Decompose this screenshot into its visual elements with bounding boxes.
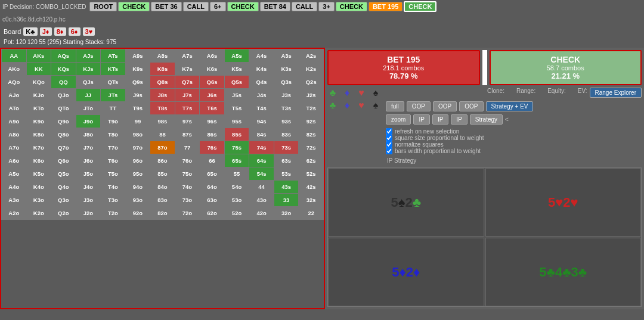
matrix-cell[interactable]: 83o	[150, 194, 175, 207]
matrix-cell[interactable]: K3s	[274, 63, 299, 76]
matrix-cell[interactable]: J5s	[224, 89, 249, 102]
matrix-cell[interactable]: 87s	[175, 128, 200, 141]
zoom-btn[interactable]: zoom	[386, 114, 411, 125]
matrix-cell[interactable]: 64o	[200, 181, 225, 194]
call-btn-2[interactable]: CALL	[292, 2, 317, 11]
matrix-cell[interactable]: 85s	[224, 128, 249, 141]
matrix-cell[interactable]: 92s	[299, 115, 324, 128]
matrix-cell[interactable]: 62s	[299, 154, 324, 167]
matrix-cell[interactable]: 54s	[249, 167, 274, 181]
matrix-cell[interactable]: J9o	[76, 115, 101, 128]
matrix-cell[interactable]: 62o	[200, 207, 225, 220]
matrix-cell[interactable]: Q2s	[299, 76, 324, 89]
check-btn-active[interactable]: CHECK	[404, 1, 436, 12]
matrix-cell[interactable]: T6o	[101, 154, 126, 167]
matrix-cell[interactable]: 74s	[249, 141, 274, 154]
club-icon-1[interactable]: ♣	[327, 88, 338, 98]
spade-icon-1[interactable]: ♠	[370, 88, 381, 98]
matrix-cell[interactable]: QJo	[51, 89, 76, 102]
matrix-cell[interactable]: QJs	[76, 76, 101, 89]
matrix-cell[interactable]: 54o	[224, 181, 249, 194]
matrix-cell[interactable]: 99	[125, 115, 150, 128]
matrix-cell[interactable]: A6o	[2, 154, 27, 167]
matrix-cell[interactable]: AJs	[76, 49, 101, 63]
matrix-cell[interactable]: A3o	[2, 194, 27, 207]
matrix-cell[interactable]: J8o	[76, 128, 101, 141]
matrix-cell[interactable]: JJ	[76, 89, 101, 102]
matrix-cell[interactable]: J7o	[76, 141, 101, 154]
matrix-cell[interactable]: K9s	[125, 63, 150, 76]
heart-icon-2[interactable]: ♥	[356, 100, 367, 111]
matrix-cell[interactable]: 86s	[200, 128, 225, 141]
matrix-cell[interactable]: Q5o	[51, 167, 76, 181]
ip-btn-2[interactable]: IP	[432, 114, 448, 125]
matrix-cell[interactable]: KQs	[51, 63, 76, 76]
matrix-cell[interactable]: Q6s	[200, 76, 225, 89]
square-size-checkbox[interactable]	[386, 135, 392, 141]
matrix-cell[interactable]: 76o	[175, 154, 200, 167]
matrix-cell[interactable]: 94s	[249, 115, 274, 128]
matrix-cell[interactable]: A8s	[150, 49, 175, 63]
strategy-btn[interactable]: Strategy	[470, 114, 503, 125]
matrix-cell[interactable]: K4o	[26, 181, 51, 194]
ip-btn-3[interactable]: IP	[451, 114, 467, 125]
matrix-cell[interactable]: J4s	[249, 89, 274, 102]
matrix-cell[interactable]: T2o	[101, 207, 126, 220]
matrix-cell[interactable]: A9s	[125, 49, 150, 63]
matrix-cell[interactable]: 98s	[150, 115, 175, 128]
matrix-cell[interactable]: T3s	[274, 102, 299, 115]
refresh-checkbox[interactable]	[386, 128, 392, 135]
matrix-cell[interactable]: T8o	[101, 128, 126, 141]
matrix-cell[interactable]: J7s	[175, 89, 200, 102]
matrix-cell[interactable]: KJs	[76, 63, 101, 76]
matrix-cell[interactable]: 55	[224, 167, 249, 181]
matrix-cell[interactable]: A5o	[2, 167, 27, 181]
board-display-1[interactable]: 5♠2♣	[328, 168, 484, 237]
root-btn[interactable]: ROOT	[89, 2, 117, 11]
matrix-cell[interactable]: KTo	[26, 102, 51, 115]
matrix-cell[interactable]: K8o	[26, 128, 51, 141]
matrix-cell[interactable]: 44	[249, 181, 274, 194]
heart-icon-1[interactable]: ♥	[356, 88, 367, 98]
call-btn-1[interactable]: CALL	[183, 2, 209, 11]
matrix-cell[interactable]: J2s	[299, 89, 324, 102]
matrix-cell[interactable]: A3s	[274, 49, 299, 63]
board-display-2[interactable]: 5♥2♥	[485, 168, 642, 237]
matrix-cell[interactable]: 22	[299, 207, 324, 220]
matrix-cell[interactable]: K8s	[150, 63, 175, 76]
check-btn-2[interactable]: CHECK	[227, 2, 259, 11]
matrix-cell[interactable]: 77	[175, 141, 200, 154]
club-icon-2[interactable]: ♣	[327, 100, 338, 111]
matrix-cell[interactable]: QTo	[51, 102, 76, 115]
matrix-cell[interactable]: T5s	[224, 102, 249, 115]
matrix-cell[interactable]: K6s	[200, 63, 225, 76]
ip-btn-1[interactable]: IP	[413, 114, 429, 125]
matrix-cell[interactable]: 65s	[224, 154, 249, 167]
matrix-cell[interactable]: J6s	[200, 89, 225, 102]
matrix-cell[interactable]: 52s	[299, 167, 324, 181]
oop-btn-2[interactable]: OOP	[433, 101, 457, 111]
matrix-cell[interactable]: K9o	[26, 115, 51, 128]
matrix-cell[interactable]: Q8s	[150, 76, 175, 89]
oop-btn-3[interactable]: OOP	[459, 101, 483, 111]
matrix-cell[interactable]: J9s	[125, 89, 150, 102]
normalize-checkbox[interactable]	[386, 141, 392, 148]
matrix-cell[interactable]: 95o	[125, 167, 150, 181]
matrix-cell[interactable]: 53o	[224, 194, 249, 207]
matrix-cell[interactable]: 75o	[175, 167, 200, 181]
matrix-cell[interactable]: 72s	[299, 141, 324, 154]
matrix-cell[interactable]: T7s	[175, 102, 200, 115]
3plus-btn[interactable]: 3+	[318, 2, 335, 11]
matrix-cell[interactable]: A2o	[2, 207, 27, 220]
matrix-cell[interactable]: 97o	[125, 141, 150, 154]
matrix-cell[interactable]: J2o	[76, 207, 101, 220]
matrix-cell[interactable]: K7o	[26, 141, 51, 154]
matrix-cell[interactable]: J6o	[76, 154, 101, 167]
matrix-cell[interactable]: T3o	[101, 194, 126, 207]
matrix-cell[interactable]: A7s	[175, 49, 200, 63]
bet195-btn[interactable]: BET 195	[369, 2, 402, 11]
matrix-cell[interactable]: AKo	[2, 63, 27, 76]
matrix-cell[interactable]: 64s	[249, 154, 274, 167]
matrix-cell[interactable]: A4s	[249, 49, 274, 63]
matrix-cell[interactable]: 87o	[150, 141, 175, 154]
